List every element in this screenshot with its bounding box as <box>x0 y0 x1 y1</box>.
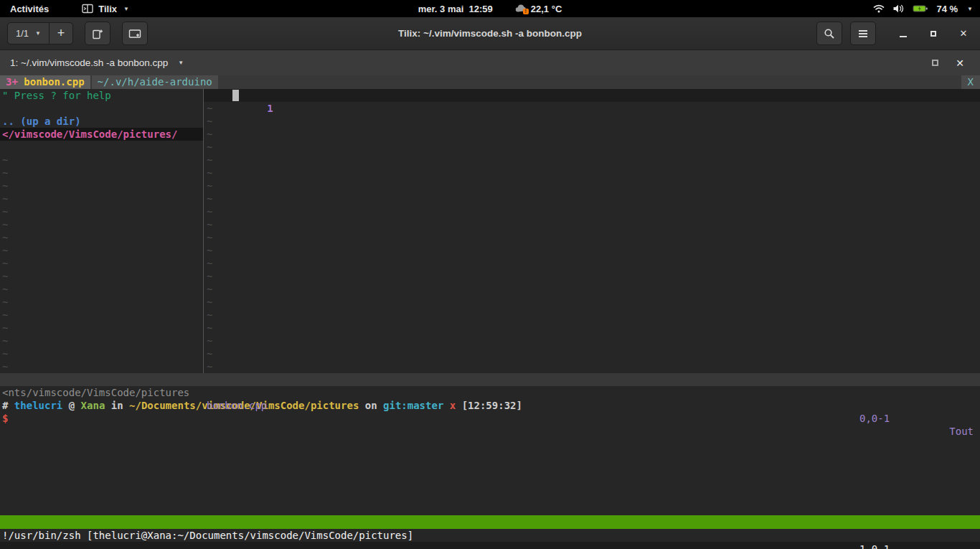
prompt-git-branch: git:master <box>383 400 443 411</box>
vim-statusline: <nts/vimscode/VimsCode/pictures bonbon.c… <box>0 373 980 386</box>
prompt-git-dirty-flag: x <box>443 400 456 411</box>
clock[interactable]: mer. 3 mai 12:59 <box>418 4 493 14</box>
vim-window: " Press ? for help .. (up a dir) </vimsc… <box>0 89 980 373</box>
tilde-row: ~ <box>204 309 980 322</box>
terminal-view[interactable]: 3+ bonbon.cpp ~/.v/h/aide-arduino X " Pr… <box>0 75 980 549</box>
split-right-icon <box>92 28 103 39</box>
plus-icon: + <box>57 26 65 41</box>
search-button[interactable] <box>816 22 842 45</box>
window-bottom-edge <box>0 542 980 549</box>
vim-tabline-close-button[interactable]: X <box>961 75 980 89</box>
nerdtree-tilde-column: ~~~~~~~~~~~~~~~~~ <box>0 154 203 373</box>
statusline-cursor-position: 0,0-1 <box>859 412 890 425</box>
weather-warning-icon: ! <box>523 9 529 14</box>
tilde-row: ~ <box>0 218 203 231</box>
session-tab-bar: 1: ~/.vim/vimscode.sh -a bonbon.cpp ▼ ✕ <box>0 50 980 75</box>
tilde-row: ~ <box>204 192 980 205</box>
nerdtree-blank-line <box>0 102 203 115</box>
line-number: 1 <box>267 103 273 114</box>
tilde-row: ~ <box>0 270 203 283</box>
add-session-button[interactable]: + <box>50 22 73 44</box>
nerdtree-pane[interactable]: " Press ? for help .. (up a dir) </vimsc… <box>0 89 203 373</box>
session-counter-label: 1/1 <box>16 28 29 39</box>
tilde-row: ~ <box>0 154 203 166</box>
split-down-icon <box>128 28 141 39</box>
tilde-row: ~ <box>0 322 203 334</box>
split-right-button[interactable] <box>85 22 110 45</box>
maximize-button[interactable] <box>924 24 943 43</box>
prompt-timestamp: [12:59:32] <box>456 400 522 411</box>
tilde-row: ~ <box>204 334 980 347</box>
session-close-button[interactable]: ✕ <box>956 57 964 69</box>
tilde-row: ~ <box>0 192 203 205</box>
vim-tab-active[interactable]: 3+ bonbon.cpp <box>0 75 90 89</box>
vim-cursor <box>232 90 239 101</box>
tilde-row: ~ <box>204 270 980 283</box>
prompt-in-separator: in <box>105 400 129 411</box>
tilde-row: ~ <box>204 360 980 373</box>
shell-prompt-line: # thelucri @ Xana in ~/Documents/vimscod… <box>0 399 980 412</box>
shell-prompt-line2[interactable]: $ <box>0 412 980 425</box>
session-tab[interactable]: 1: ~/.vim/vimscode.sh -a bonbon.cpp ▼ <box>10 57 184 68</box>
tilde-row: ~ <box>0 309 203 322</box>
weather-indicator[interactable]: ! 22,1 °C <box>514 3 562 14</box>
maximize-icon <box>932 60 938 66</box>
nerdtree-help-line: " Press ? for help <box>0 89 203 102</box>
tilde-row: ~ <box>204 347 980 360</box>
vim-tab-modified-flag: 3+ <box>6 76 18 88</box>
tilde-row: ~ <box>204 244 980 257</box>
editor-pane[interactable]: 1 ~~~~~~~~~~~~~~~~~~~~~ <box>203 89 980 373</box>
chevron-down-icon: ▼ <box>178 60 184 66</box>
tilde-row: ~ <box>204 283 980 296</box>
statusline-scroll-indicator: Tout <box>949 425 974 438</box>
tilde-row: ~ <box>204 141 980 154</box>
session-maximize-button[interactable] <box>932 60 938 66</box>
tilde-row: ~ <box>204 179 980 192</box>
tilde-row: ~ <box>204 231 980 244</box>
window-title: Tilix: ~/.vim/vimscode.sh -a bonbon.cpp <box>398 28 582 39</box>
tilde-row: ~ <box>0 231 203 244</box>
vim-tabline: 3+ bonbon.cpp ~/.v/h/aide-arduino X <box>0 75 980 89</box>
tilde-row: ~ <box>204 296 980 309</box>
nerdtree-up-dir[interactable]: .. (up a dir) <box>0 115 203 128</box>
tilde-row: ~ <box>204 218 980 231</box>
temperature-label: 22,1 °C <box>531 4 562 14</box>
main-menu-button[interactable] <box>850 22 876 45</box>
tilde-row: ~ <box>204 115 980 128</box>
vim-tabline-fill <box>218 75 961 89</box>
terminal-buffer-title: !/usr/bin/zsh [thelucri@Xana:~/Documents… <box>2 529 413 543</box>
tilde-row: ~ <box>204 102 980 115</box>
wifi-icon <box>873 4 885 14</box>
tilde-row: ~ <box>204 154 980 166</box>
vim-tab-filename: bonbon.cpp <box>24 76 84 88</box>
tilde-row: ~ <box>204 257 980 270</box>
tilde-row: ~ <box>0 360 203 373</box>
session-tab-label: 1: ~/.vim/vimscode.sh -a bonbon.cpp <box>10 57 168 68</box>
tilde-row: ~ <box>0 244 203 257</box>
tilix-headerbar: 1/1 ▼ + <box>0 17 980 50</box>
session-counter-button[interactable]: 1/1 ▼ <box>7 22 50 44</box>
search-icon <box>824 28 835 39</box>
prompt-hostname: Xana <box>81 400 105 411</box>
nerdtree-root-dir[interactable]: </vimscode/VimsCode/pictures/ <box>0 128 203 141</box>
system-status-area[interactable]: 74 % ▼ <box>873 4 980 14</box>
tilde-row: ~ <box>204 205 980 218</box>
vim-tab-inactive[interactable]: ~/.v/h/aide-arduino <box>92 75 218 89</box>
minimize-icon <box>900 36 907 37</box>
weather-cloud-icon: ! <box>514 3 527 14</box>
tilde-row: ~ <box>204 128 980 141</box>
minimize-button[interactable] <box>894 24 913 43</box>
tilde-row: ~ <box>0 179 203 192</box>
desktop-screen: Activités Tilix ▼ mer. 3 mai 12:59 <box>0 0 980 549</box>
close-icon: ✕ <box>960 28 968 39</box>
tilde-row: ~ <box>0 296 203 309</box>
split-down-button[interactable] <box>122 22 148 45</box>
statusline-nerdtree-path: <nts/vimscode/VimsCode/pictures <box>2 386 189 399</box>
volume-icon <box>892 4 905 14</box>
tilde-row: ~ <box>204 166 980 179</box>
close-button[interactable]: ✕ <box>954 24 973 43</box>
maximize-icon <box>930 31 936 37</box>
nerdtree-blank-line <box>0 141 203 154</box>
tilde-row: ~ <box>204 322 980 334</box>
prompt-at-separator: @ <box>62 400 80 411</box>
